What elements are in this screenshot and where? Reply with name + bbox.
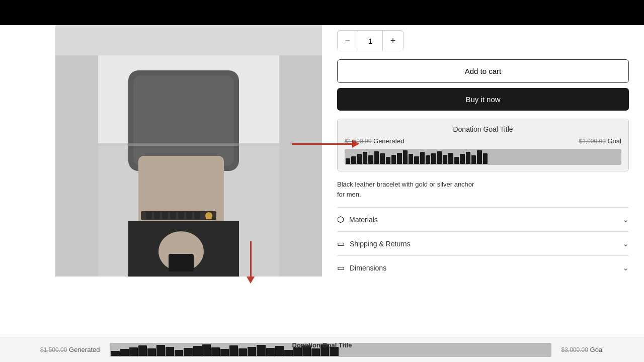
bar-item <box>266 348 275 356</box>
bar-item <box>346 158 350 164</box>
goal-label: Goal <box>608 137 621 145</box>
materials-label: Materials <box>349 216 378 224</box>
bar-item <box>386 157 390 164</box>
bar-item <box>477 150 481 164</box>
product-panel: − + Add to cart Buy it now Donation Goal… <box>322 25 644 337</box>
image-top-bar <box>55 25 322 55</box>
chevron-down-icon: ⌄ <box>622 239 629 248</box>
bar-item <box>391 155 396 164</box>
bar-item <box>129 347 138 356</box>
top-bar <box>0 0 644 25</box>
bar-item <box>202 344 211 356</box>
sticky-goal-label: Goal <box>590 346 604 353</box>
bar-item <box>184 348 192 356</box>
sticky-generated-amount: $1,500.00 <box>40 346 67 353</box>
bar-item <box>284 350 293 356</box>
accordion-dimensions[interactable]: ▭ Dimensions ⌄ <box>337 255 629 280</box>
svg-rect-15 <box>194 212 200 219</box>
shipping-label: Shipping & Returns <box>350 240 411 248</box>
shipping-icon: ▭ <box>337 239 345 248</box>
product-photo <box>55 55 322 277</box>
svg-rect-19 <box>98 143 279 146</box>
quantity-decrement-button[interactable]: − <box>338 31 358 51</box>
bar-item <box>238 348 247 355</box>
bar-item <box>448 153 453 164</box>
sticky-goal-amount: $3,000.00 <box>561 346 588 353</box>
generated-label: Generated <box>373 137 404 145</box>
add-to-cart-button[interactable]: Add to cart <box>337 59 629 83</box>
horizontal-arrow-annotation <box>292 140 359 148</box>
bar-item <box>229 345 238 355</box>
svg-rect-12 <box>170 212 176 219</box>
arrow-head-right <box>352 140 359 148</box>
bar-item <box>443 155 447 164</box>
sticky-bar-title: Donation Goal Title <box>292 341 352 349</box>
quantity-row: − + <box>337 30 629 51</box>
arrow-head-down <box>247 277 255 284</box>
bar-item <box>420 152 425 164</box>
bar-item <box>248 347 256 356</box>
bar-item <box>460 154 464 164</box>
chevron-down-icon: ⌄ <box>622 263 629 273</box>
bar-item <box>431 153 436 164</box>
bar-item <box>211 347 220 356</box>
svg-rect-14 <box>186 212 192 219</box>
bar-item <box>437 151 442 164</box>
dimensions-label: Dimensions <box>350 264 386 272</box>
main-content: − + Add to cart Buy it now Donation Goal… <box>0 25 644 337</box>
sticky-generated-label: Generated <box>69 346 100 353</box>
bar-item <box>138 345 147 355</box>
image-panel <box>0 25 322 337</box>
bar-item <box>193 346 202 355</box>
quantity-input[interactable] <box>358 31 383 51</box>
svg-rect-13 <box>178 212 184 219</box>
bar-item <box>175 350 183 356</box>
svg-rect-3 <box>133 75 234 166</box>
bar-item <box>111 351 119 356</box>
donation-stats: $1,500.00 Generated $3,000.00 Goal <box>345 137 621 145</box>
buy-it-now-button[interactable]: Buy it now <box>337 88 629 111</box>
donation-widget-title: Donation Goal Title <box>345 125 621 133</box>
bar-item <box>368 155 373 164</box>
sticky-goal: $3,000.00 Goal <box>561 346 604 353</box>
arrow-line-vertical <box>250 241 252 277</box>
donation-progress-bar <box>345 149 621 165</box>
bar-item <box>351 156 356 164</box>
arrow-line-horizontal <box>292 143 352 145</box>
bar-item <box>156 345 165 356</box>
sticky-donation-bar: Donation Goal Title $1,500.00 Generated … <box>0 337 644 362</box>
donation-goal-amount: $3,000.00 Goal <box>579 137 621 145</box>
donation-goal-widget: Donation Goal Title $1,500.00 Generated … <box>337 119 629 171</box>
bar-item <box>403 150 408 164</box>
dimensions-icon: ▭ <box>337 263 345 273</box>
bar-item <box>397 153 401 164</box>
bar-item <box>426 155 430 164</box>
bar-item <box>409 154 413 164</box>
svg-rect-7 <box>169 254 194 272</box>
bar-item <box>147 348 156 355</box>
bar-item <box>363 152 367 164</box>
goal-amount: $3,000.00 <box>579 138 606 145</box>
product-description: Black leather bracelet with gold or silv… <box>337 179 629 199</box>
product-image <box>55 55 322 277</box>
bar-item <box>380 153 384 164</box>
bar-item <box>471 155 476 164</box>
donation-bar-chart <box>345 149 489 165</box>
bar-item <box>414 156 419 164</box>
bar-item <box>374 151 379 164</box>
chevron-down-icon: ⌄ <box>622 215 629 224</box>
bar-item <box>257 345 265 356</box>
bar-item <box>120 349 129 355</box>
quantity-increment-button[interactable]: + <box>383 31 403 51</box>
quantity-control: − + <box>337 30 404 51</box>
accordion-shipping[interactable]: ▭ Shipping & Returns ⌄ <box>337 231 629 255</box>
bar-item <box>311 348 320 355</box>
materials-icon: ⬡ <box>337 215 344 224</box>
svg-rect-9 <box>146 212 152 219</box>
bar-item <box>220 349 229 355</box>
bar-item <box>483 153 488 164</box>
accordion-materials[interactable]: ⬡ Materials ⌄ <box>337 207 629 231</box>
bar-item <box>454 157 459 164</box>
bar-item <box>275 346 284 355</box>
bar-item <box>466 152 470 164</box>
